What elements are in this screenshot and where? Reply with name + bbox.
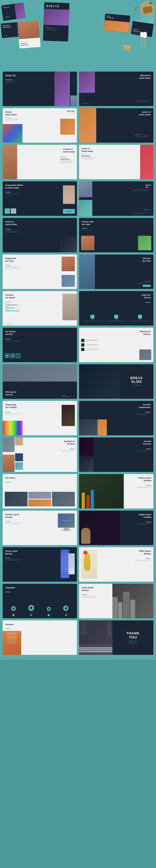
slide-row-12: Our Gallery Gallery LayoutUnveiled <box>3 474 153 508</box>
slide-27-phone: Phone LayoutMockup <box>3 547 77 582</box>
slide-8-mission: MissionTitle Mission Two <box>79 181 153 216</box>
slide-26-laptop: Laptop LayoutUnveiled <box>79 510 153 545</box>
slide-11-engage: Engage withOur Team <box>3 254 77 289</box>
slide-1-cover: SVELTE <box>3 71 77 106</box>
slide-9-vision: Vision forSvelte Studio 01 <box>3 218 77 252</box>
slide-6-creator: Creator ofSvelte Studio Jessie Borson <box>79 145 153 179</box>
slide-row-3: Founder ofSvelte Studio Jessie Borson Cr… <box>3 145 153 179</box>
slide-28-tablet: Tablet LayoutMockup <box>79 547 153 582</box>
slide-15-services: Our SpecialServices 02 <box>3 328 77 362</box>
slide-row-15: Infographic <box>3 584 153 618</box>
slide-row-1: SVELTE Welcome toSvelte Studio sveltestu… <box>3 71 153 106</box>
slide-row-4: Collaborative Worksat Svelte Studio VIEW… <box>3 181 153 216</box>
slide-12-discover: DiscoverOur Team <box>79 254 153 289</box>
slide-row-10: ShowcasingOur Portfolio Our BestCollabor… <box>3 401 153 435</box>
slide-10-connect: Connect withOur Team <box>79 218 153 252</box>
top-decorative-area: SVELTE Welcome toSvelte Studio SVELTE Fo… <box>0 0 156 71</box>
slide-31-founder2: Founder <box>3 620 77 655</box>
slide-row-8: Our SpecialServices 02 Offering OurServi… <box>3 328 153 362</box>
slide-18-break: BREAKSLIDE <box>79 364 153 399</box>
slide-row-14: Phone LayoutMockup <box>3 547 153 582</box>
slide-row-13: Desktop LayoutMockup <box>3 510 153 545</box>
slide-row-5: Vision forSvelte Studio 01 Connect withO… <box>3 218 153 252</box>
slide-row-16: Founder <box>3 620 153 655</box>
slide-row-9: Offering OurServices BREAKSLIDE <box>3 364 153 399</box>
slide-14-enjoy: Enjoy OurService Title Title <box>79 291 153 326</box>
slide-21-spotlight: Spotlight onOur Best <box>3 437 77 472</box>
slide-24-gallery2: Gallery LayoutUnveiled <box>79 474 153 508</box>
slide-29-infographic: Infographic <box>3 584 77 618</box>
slide-30-contact: Svelte StudioContact <box>79 584 153 618</box>
slide-row-2: HistorySvelte Studio Studio Name Est. 20… <box>3 108 153 143</box>
slide-1-logo: SVELTE <box>5 74 16 77</box>
slide-23-gallery: Our Gallery <box>3 474 77 508</box>
slide-22-products: Our StarProducts <box>79 437 153 472</box>
slide-32-thankyou: THANKYOU <box>79 620 153 655</box>
slide-4-launch: Launch ofSvelte Studio <box>79 108 153 143</box>
slide-7-collab: Collaborative Worksat Svelte Studio VIEW… <box>3 181 77 216</box>
slide-row-7: IntroduceOur Expert Skill One Skill Two <box>3 291 153 326</box>
slide-2-welcome: Welcome toSvelte Studio sveltestudio.com <box>79 71 153 106</box>
slide-17-offering2: Offering OurServices <box>3 364 77 399</box>
slide-row-6: Engage withOur Team DiscoverOur Team <box>3 254 153 289</box>
slide-20-collab2: Our BestCollaboration <box>79 401 153 435</box>
slide-13-expert: IntroduceOur Expert Skill One Skill Two <box>3 291 77 326</box>
slide-3-history: HistorySvelte Studio Studio Name Est. 20… <box>3 108 77 143</box>
slides-grid: SVELTE Welcome toSvelte Studio sveltestu… <box>0 71 156 660</box>
slide-19-portfolio: ShowcasingOur Portfolio <box>3 401 77 435</box>
slide-row-11: Spotlight onOur Best Our StarProducts <box>3 437 153 472</box>
slide-25-desktop: Desktop LayoutMockup <box>3 510 77 545</box>
slide-16-offering: Offering OurServices <box>79 328 153 362</box>
slide-5-founder: Founder ofSvelte Studio Jessie Borson <box>3 145 77 179</box>
